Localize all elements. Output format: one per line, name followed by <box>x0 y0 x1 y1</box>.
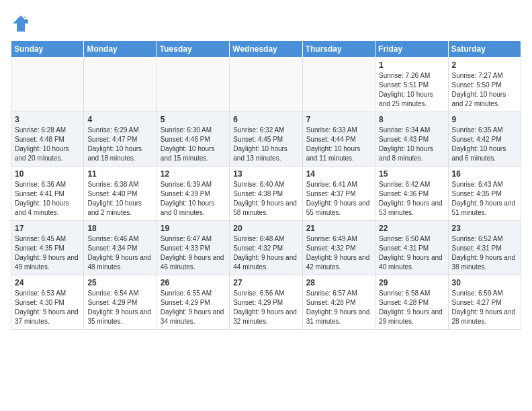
calendar-header-row: SundayMondayTuesdayWednesdayThursdayFrid… <box>11 41 521 58</box>
day-number: 9 <box>452 115 517 124</box>
day-info: Sunrise: 6:54 AM Sunset: 4:29 PM Dayligh… <box>87 289 152 326</box>
day-number: 8 <box>379 115 444 124</box>
calendar-header-monday: Monday <box>84 41 157 58</box>
day-info: Sunrise: 6:52 AM Sunset: 4:31 PM Dayligh… <box>452 234 517 272</box>
calendar-cell-4-2: 18Sunrise: 6:46 AM Sunset: 4:34 PM Dayli… <box>84 221 157 275</box>
day-number: 6 <box>233 115 298 124</box>
calendar-cell-2-3: 5Sunrise: 6:30 AM Sunset: 4:46 PM Daylig… <box>157 112 229 167</box>
day-number: 26 <box>161 278 226 287</box>
day-info: Sunrise: 6:41 AM Sunset: 4:37 PM Dayligh… <box>306 180 371 218</box>
day-info: Sunrise: 6:59 AM Sunset: 4:27 PM Dayligh… <box>452 289 517 326</box>
calendar-week-1: 1Sunrise: 7:26 AM Sunset: 5:51 PM Daylig… <box>11 58 521 112</box>
calendar-cell-1-6: 1Sunrise: 7:26 AM Sunset: 5:51 PM Daylig… <box>375 58 448 112</box>
calendar-week-5: 24Sunrise: 6:53 AM Sunset: 4:30 PM Dayli… <box>11 275 521 330</box>
calendar-cell-2-4: 6Sunrise: 6:32 AM Sunset: 4:45 PM Daylig… <box>230 112 302 167</box>
day-number: 7 <box>306 115 371 124</box>
day-info: Sunrise: 6:48 AM Sunset: 4:32 PM Dayligh… <box>233 234 298 272</box>
day-number: 19 <box>161 224 226 233</box>
day-number: 27 <box>233 278 298 287</box>
day-number: 21 <box>306 224 371 233</box>
day-number: 20 <box>233 224 298 233</box>
logo <box>11 13 34 34</box>
calendar-header-friday: Friday <box>375 41 448 58</box>
calendar-cell-5-5: 28Sunrise: 6:57 AM Sunset: 4:28 PM Dayli… <box>302 275 375 330</box>
calendar-cell-3-3: 12Sunrise: 6:39 AM Sunset: 4:39 PM Dayli… <box>157 167 229 221</box>
day-number: 25 <box>87 278 152 287</box>
day-info: Sunrise: 6:33 AM Sunset: 4:44 PM Dayligh… <box>306 126 371 163</box>
day-info: Sunrise: 6:42 AM Sunset: 4:36 PM Dayligh… <box>379 180 444 218</box>
day-number: 3 <box>15 115 80 124</box>
day-info: Sunrise: 6:56 AM Sunset: 4:29 PM Dayligh… <box>233 289 298 326</box>
day-number: 11 <box>87 169 152 179</box>
day-number: 13 <box>233 169 298 179</box>
calendar-header-thursday: Thursday <box>302 41 375 58</box>
day-number: 14 <box>306 169 371 179</box>
day-info: Sunrise: 6:50 AM Sunset: 4:31 PM Dayligh… <box>379 234 444 272</box>
day-info: Sunrise: 6:47 AM Sunset: 4:33 PM Dayligh… <box>161 234 226 272</box>
day-info: Sunrise: 6:43 AM Sunset: 4:35 PM Dayligh… <box>452 180 517 218</box>
calendar-cell-3-1: 10Sunrise: 6:36 AM Sunset: 4:41 PM Dayli… <box>11 167 84 221</box>
day-number: 10 <box>15 169 80 179</box>
calendar-cell-1-5 <box>302 58 375 112</box>
day-info: Sunrise: 6:38 AM Sunset: 4:40 PM Dayligh… <box>87 180 152 218</box>
logo-icon <box>11 13 31 34</box>
day-info: Sunrise: 6:45 AM Sunset: 4:35 PM Dayligh… <box>15 234 80 272</box>
calendar-cell-4-4: 20Sunrise: 6:48 AM Sunset: 4:32 PM Dayli… <box>230 221 302 275</box>
calendar-header-sunday: Sunday <box>11 41 84 58</box>
calendar-cell-1-2 <box>84 58 157 112</box>
calendar-cell-3-5: 14Sunrise: 6:41 AM Sunset: 4:37 PM Dayli… <box>302 167 375 221</box>
calendar-cell-2-5: 7Sunrise: 6:33 AM Sunset: 4:44 PM Daylig… <box>302 112 375 167</box>
day-number: 5 <box>161 115 226 124</box>
calendar-week-2: 3Sunrise: 6:28 AM Sunset: 4:48 PM Daylig… <box>11 112 521 167</box>
day-number: 12 <box>161 169 226 179</box>
day-number: 23 <box>452 224 517 233</box>
calendar-week-4: 17Sunrise: 6:45 AM Sunset: 4:35 PM Dayli… <box>11 221 521 275</box>
day-info: Sunrise: 6:58 AM Sunset: 4:28 PM Dayligh… <box>379 289 444 326</box>
day-info: Sunrise: 6:55 AM Sunset: 4:29 PM Dayligh… <box>161 289 226 326</box>
day-info: Sunrise: 6:32 AM Sunset: 4:45 PM Dayligh… <box>233 126 298 163</box>
calendar-cell-3-4: 13Sunrise: 6:40 AM Sunset: 4:38 PM Dayli… <box>230 167 302 221</box>
calendar-cell-1-3 <box>157 58 229 112</box>
calendar-header-tuesday: Tuesday <box>157 41 229 58</box>
day-info: Sunrise: 6:34 AM Sunset: 4:43 PM Dayligh… <box>379 126 444 163</box>
day-info: Sunrise: 6:39 AM Sunset: 4:39 PM Dayligh… <box>161 180 226 218</box>
svg-marker-0 <box>13 15 29 32</box>
day-info: Sunrise: 6:35 AM Sunset: 4:42 PM Dayligh… <box>452 126 517 163</box>
day-number: 24 <box>15 278 80 287</box>
day-number: 4 <box>87 115 152 124</box>
calendar-cell-5-2: 25Sunrise: 6:54 AM Sunset: 4:29 PM Dayli… <box>84 275 157 330</box>
calendar-cell-4-3: 19Sunrise: 6:47 AM Sunset: 4:33 PM Dayli… <box>157 221 229 275</box>
day-number: 22 <box>379 224 444 233</box>
page: SundayMondayTuesdayWednesdayThursdayFrid… <box>0 0 532 336</box>
day-info: Sunrise: 6:46 AM Sunset: 4:34 PM Dayligh… <box>87 234 152 272</box>
calendar-cell-5-1: 24Sunrise: 6:53 AM Sunset: 4:30 PM Dayli… <box>11 275 84 330</box>
calendar-header-wednesday: Wednesday <box>230 41 302 58</box>
day-number: 2 <box>452 60 517 70</box>
calendar-cell-4-1: 17Sunrise: 6:45 AM Sunset: 4:35 PM Dayli… <box>11 221 84 275</box>
day-info: Sunrise: 6:30 AM Sunset: 4:46 PM Dayligh… <box>161 126 226 163</box>
day-info: Sunrise: 6:49 AM Sunset: 4:32 PM Dayligh… <box>306 234 371 272</box>
calendar-table: SundayMondayTuesdayWednesdayThursdayFrid… <box>11 40 521 330</box>
calendar-cell-2-2: 4Sunrise: 6:29 AM Sunset: 4:47 PM Daylig… <box>84 112 157 167</box>
calendar-cell-3-2: 11Sunrise: 6:38 AM Sunset: 4:40 PM Dayli… <box>84 167 157 221</box>
calendar-cell-5-4: 27Sunrise: 6:56 AM Sunset: 4:29 PM Dayli… <box>230 275 302 330</box>
day-number: 1 <box>379 60 444 70</box>
day-number: 17 <box>15 224 80 233</box>
calendar-cell-1-4 <box>230 58 302 112</box>
calendar-cell-5-3: 26Sunrise: 6:55 AM Sunset: 4:29 PM Dayli… <box>157 275 229 330</box>
day-info: Sunrise: 6:29 AM Sunset: 4:47 PM Dayligh… <box>87 126 152 163</box>
day-number: 28 <box>306 278 371 287</box>
calendar-cell-3-6: 15Sunrise: 6:42 AM Sunset: 4:36 PM Dayli… <box>375 167 448 221</box>
calendar-cell-4-5: 21Sunrise: 6:49 AM Sunset: 4:32 PM Dayli… <box>302 221 375 275</box>
calendar-cell-4-6: 22Sunrise: 6:50 AM Sunset: 4:31 PM Dayli… <box>375 221 448 275</box>
day-info: Sunrise: 7:27 AM Sunset: 5:50 PM Dayligh… <box>452 71 517 109</box>
calendar-cell-5-7: 30Sunrise: 6:59 AM Sunset: 4:27 PM Dayli… <box>448 275 521 330</box>
day-number: 16 <box>452 169 517 179</box>
day-number: 15 <box>379 169 444 179</box>
calendar-cell-1-7: 2Sunrise: 7:27 AM Sunset: 5:50 PM Daylig… <box>448 58 521 112</box>
calendar-cell-2-6: 8Sunrise: 6:34 AM Sunset: 4:43 PM Daylig… <box>375 112 448 167</box>
day-info: Sunrise: 6:40 AM Sunset: 4:38 PM Dayligh… <box>233 180 298 218</box>
calendar-cell-1-1 <box>11 58 84 112</box>
day-info: Sunrise: 7:26 AM Sunset: 5:51 PM Dayligh… <box>379 71 444 109</box>
day-number: 30 <box>452 278 517 287</box>
